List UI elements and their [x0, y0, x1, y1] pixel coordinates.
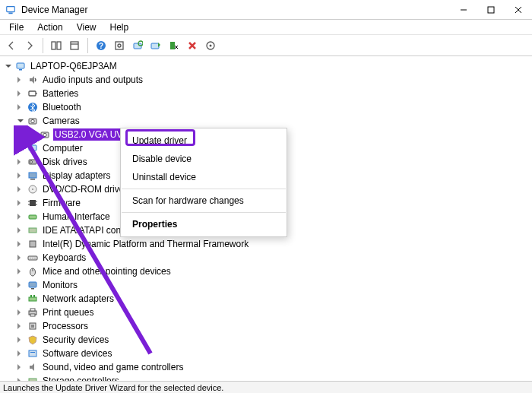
maximize-button[interactable] — [477, 0, 505, 20]
expand-toggle[interactable] — [15, 184, 26, 195]
svg-rect-29 — [29, 145, 36, 151]
node-label: Batteries — [41, 87, 80, 100]
ctx-separator — [122, 189, 286, 189]
tree-root[interactable]: LAPTOP-Q6EJP3AM — [3, 59, 529, 73]
action-toolbar-button[interactable] — [111, 37, 128, 54]
tree-node-network[interactable]: Network adapters — [3, 292, 529, 306]
tree-node-keyboards[interactable]: Keyboards — [3, 251, 529, 265]
tree-node-cameras[interactable]: Cameras — [3, 114, 529, 128]
svg-point-19 — [210, 44, 212, 46]
disable-device-button[interactable] — [166, 37, 182, 54]
title-bar: Device Manager — [0, 0, 532, 20]
update-driver-button[interactable] — [147, 37, 164, 54]
expand-toggle — [27, 129, 38, 140]
svg-rect-53 — [29, 297, 36, 301]
menu-action[interactable]: Action — [31, 21, 68, 34]
shield-icon — [27, 334, 39, 346]
expand-toggle[interactable] — [15, 334, 26, 345]
expand-toggle[interactable] — [15, 266, 26, 277]
back-button[interactable] — [3, 37, 20, 54]
expand-toggle[interactable] — [15, 102, 26, 113]
svg-rect-61 — [29, 350, 36, 357]
computer-icon — [14, 60, 27, 72]
svg-rect-30 — [31, 151, 34, 153]
keyboard-icon — [27, 252, 39, 264]
expand-toggle[interactable] — [15, 198, 26, 208]
tree-node-processors[interactable]: Processors — [3, 319, 529, 333]
node-label: Human Interface — [41, 211, 112, 223]
camera-icon — [27, 115, 39, 127]
tree-node-software[interactable]: Software devices — [3, 347, 529, 360]
expand-toggle[interactable] — [15, 88, 26, 99]
battery-icon — [27, 87, 39, 100]
minimize-button[interactable] — [450, 0, 477, 20]
tree-node-mice[interactable]: Mice and other pointing devices — [3, 265, 529, 278]
expand-toggle[interactable] — [3, 61, 14, 71]
expand-toggle[interactable] — [15, 280, 26, 290]
menu-file[interactable]: File — [3, 21, 30, 34]
properties-button[interactable] — [66, 37, 83, 54]
node-label: Computer — [41, 142, 84, 154]
status-bar: Launches the Update Driver Wizard for th… — [0, 381, 532, 393]
expand-toggle[interactable] — [15, 348, 26, 359]
scan-hardware-button[interactable] — [129, 37, 146, 54]
ctx-properties[interactable]: Properties — [121, 215, 287, 233]
disc-icon — [27, 183, 39, 195]
svg-rect-43 — [29, 228, 36, 233]
svg-point-47 — [32, 258, 33, 258]
tree-node-batteries[interactable]: Batteries — [3, 87, 529, 100]
expand-toggle[interactable] — [15, 116, 26, 126]
expand-toggle[interactable] — [15, 143, 26, 154]
expand-toggle[interactable] — [15, 74, 26, 85]
expand-toggle[interactable] — [15, 211, 26, 222]
ctx-update-driver[interactable]: Update driver — [121, 132, 287, 150]
tree-node-audio[interactable]: Audio inputs and outputs — [3, 73, 529, 87]
svg-rect-34 — [30, 179, 35, 180]
help-button[interactable]: ? — [93, 37, 109, 54]
expand-toggle[interactable] — [15, 170, 26, 181]
node-label: Display adapters — [41, 170, 112, 182]
expand-toggle[interactable] — [15, 307, 26, 318]
tree-node-security[interactable]: Security devices — [3, 333, 529, 347]
svg-rect-1 — [8, 12, 12, 14]
menu-view[interactable]: View — [71, 21, 103, 34]
tree-node-sound[interactable]: Sound, video and game controllers — [3, 360, 529, 374]
svg-rect-57 — [30, 309, 35, 311]
show-hide-console-tree-button[interactable] — [48, 37, 65, 54]
expand-toggle[interactable] — [15, 376, 26, 381]
ctx-scan-hardware[interactable]: Scan for hardware changes — [121, 192, 287, 210]
forward-button[interactable] — [21, 37, 38, 54]
camera-icon — [39, 128, 51, 141]
node-label: Processors — [41, 320, 90, 332]
expand-toggle[interactable] — [15, 293, 26, 304]
expand-toggle[interactable] — [15, 321, 26, 331]
expand-toggle[interactable] — [15, 239, 26, 249]
tree-node-storage[interactable]: Storage controllers — [3, 374, 529, 381]
node-label: LAPTOP-Q6EJP3AM — [29, 60, 119, 72]
node-label: DVD/CD-ROM drives — [41, 183, 130, 195]
expand-toggle[interactable] — [15, 225, 26, 236]
window-controls — [450, 0, 532, 20]
speaker-icon — [27, 74, 39, 86]
tree-node-thermal[interactable]: Intel(R) Dynamic Platform and Thermal Fr… — [3, 237, 529, 251]
tree-node-printq[interactable]: Print queues — [3, 306, 529, 319]
menu-help[interactable]: Help — [104, 21, 135, 34]
expand-toggle[interactable] — [15, 362, 26, 372]
tree-node-monitors[interactable]: Monitors — [3, 278, 529, 292]
svg-rect-8 — [71, 42, 78, 49]
expand-toggle[interactable] — [15, 252, 26, 263]
ctx-uninstall-device[interactable]: Uninstall device — [121, 168, 287, 186]
svg-rect-21 — [19, 69, 22, 71]
node-label: Audio inputs and outputs — [41, 74, 144, 86]
legacy-hardware-button[interactable] — [202, 37, 219, 54]
uninstall-device-button[interactable] — [184, 37, 201, 54]
svg-point-32 — [30, 161, 33, 163]
svg-text:?: ? — [99, 42, 103, 50]
tree-node-bluetooth[interactable]: Bluetooth — [3, 100, 529, 114]
svg-rect-37 — [30, 200, 36, 206]
close-button[interactable] — [505, 0, 532, 20]
svg-point-26 — [31, 119, 34, 122]
ctx-disable-device[interactable]: Disable device — [121, 150, 287, 168]
expand-toggle[interactable] — [15, 157, 26, 167]
svg-rect-42 — [29, 215, 36, 219]
